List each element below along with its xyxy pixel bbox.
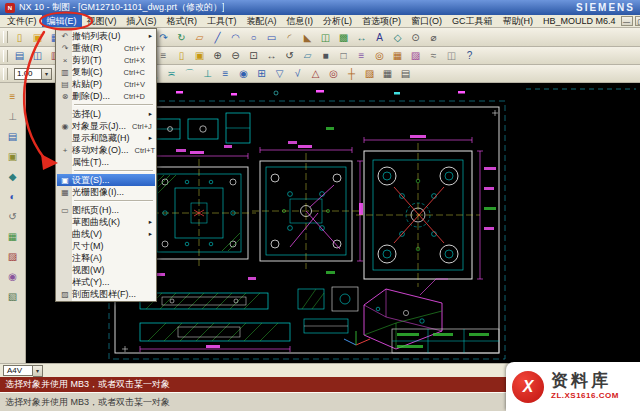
datum-plane-icon[interactable]: ◇ [389,30,406,45]
hd3d-tools-icon[interactable]: ◆ [5,170,21,183]
base-view-icon[interactable]: ▤ [11,48,28,63]
edit-menu-item[interactable] [74,104,153,106]
measure-icon[interactable]: ⌀ [425,30,442,45]
edit-menu-item[interactable]: ▣设置(S)... [57,174,155,186]
object-color-icon[interactable]: ▨ [407,48,424,63]
pattern-icon[interactable]: ▩ [335,30,352,45]
edit-menu-item[interactable]: 选择(L)▸ [57,108,155,120]
refresh-icon[interactable]: ↻ [173,30,190,45]
table-icon[interactable]: ▦ [379,66,396,81]
sheet-selector-arrow-icon[interactable]: ▾ [33,365,43,377]
child-restore-button[interactable]: ▢ [635,16,640,26]
balloon-icon[interactable]: ◉ [235,66,252,81]
menu-gc-toolbox[interactable]: GC工具箱 [447,15,498,27]
thickness-dimension-icon[interactable]: ≍ [163,66,180,81]
edit-menu-item[interactable]: 样式(Y)... [57,276,155,288]
snap-point-icon[interactable]: ◎ [371,48,388,63]
window-cascade-icon[interactable]: ◫ [443,48,460,63]
toolbar-grip[interactable] [3,68,8,80]
projected-view-icon[interactable]: ◫ [29,48,46,63]
fit-view-icon[interactable]: ⊡ [245,48,262,63]
point-icon[interactable]: ⊙ [407,30,424,45]
front-view-icon[interactable]: ▱ [299,48,316,63]
arc-icon[interactable]: ◠ [227,30,244,45]
layer-settings-icon[interactable]: ≡ [353,48,370,63]
text-icon[interactable]: A [371,30,388,45]
parts-list-icon[interactable]: ▤ [397,66,414,81]
wireframe-icon[interactable]: □ [335,48,352,63]
child-minimize-button[interactable]: — [621,16,633,26]
menu-help[interactable]: 帮助(H) [498,15,539,27]
edit-menu-item[interactable]: 属性(T)... [57,156,155,168]
edit-menu-item[interactable]: 视图(W) [57,264,155,276]
zoom-out-icon[interactable]: ⊖ [227,48,244,63]
note-icon[interactable]: ≡ [217,66,234,81]
assembly-navigator-icon[interactable]: ≡ [5,90,21,103]
edit-menu-item[interactable] [74,170,153,172]
weld-symbol-icon[interactable]: △ [307,66,324,81]
line-icon[interactable]: ╱ [209,30,226,45]
sketch-icon[interactable]: ▱ [191,30,208,45]
edit-menu-item[interactable]: ⊗删除(D)...Ctrl+D [57,90,155,102]
edit-menu-item[interactable]: 显示和隐藏(H)▸ [57,132,155,144]
chamfer-icon[interactable]: ◣ [299,30,316,45]
feature-control-frame-icon[interactable]: ⊞ [253,66,270,81]
menu-hb-mould[interactable]: HB_MOULD M6.4 [538,15,621,27]
edit-menu-item[interactable]: 尺寸(M) [57,240,155,252]
part-navigator-icon[interactable]: ▤ [5,130,21,143]
edit-menu-item[interactable]: 草图曲线(K)▸ [57,216,155,228]
system-materials-icon[interactable]: ▧ [5,290,21,303]
rotate-view-icon[interactable]: ↺ [281,48,298,63]
toolbar-grip[interactable] [3,50,8,62]
menu-information[interactable]: 信息(I) [282,15,319,27]
hatch-icon[interactable]: ▨ [361,66,378,81]
edit-menu-item[interactable]: 注释(A) [57,252,155,264]
datum-feature-icon[interactable]: ▽ [271,66,288,81]
edit-menu-item[interactable]: ▭图纸页(H)... [57,204,155,216]
menu-format[interactable]: 格式(R) [162,15,203,27]
pan-icon[interactable]: ↔ [263,48,280,63]
sheet-selector[interactable]: A4V ▾ [3,365,43,377]
edit-menu-item[interactable] [74,200,153,202]
scale-input[interactable] [14,68,42,80]
edit-menu-item[interactable]: 曲线(V)▸ [57,228,155,240]
roles-icon[interactable]: ◉ [5,270,21,283]
menu-window[interactable]: 窗口(O) [406,15,447,27]
scale-dropdown-arrow-icon[interactable]: ▾ [42,68,52,80]
toolbar-grip[interactable] [3,31,8,43]
mirror-icon[interactable]: ◫ [317,30,334,45]
constraint-navigator-icon[interactable]: ⊥ [5,110,21,123]
edit-menu-item[interactable]: ↶撤销列表(U)▸ [57,30,155,42]
fillet-icon[interactable]: ◜ [281,30,298,45]
target-point-icon[interactable]: ◎ [325,66,342,81]
reuse-library-icon[interactable]: ▣ [5,150,21,163]
menu-insert[interactable]: 插入(S) [122,15,162,27]
history-icon[interactable]: ↺ [5,210,21,223]
menu-preferences[interactable]: 首选项(P) [357,15,406,27]
manufacturing-wizard-icon[interactable]: ▨ [5,250,21,263]
help-icon[interactable]: ? [461,48,478,63]
edit-menu-item[interactable]: ▥复制(C)Ctrl+C [57,66,155,78]
centerline-icon[interactable]: ┼ [343,66,360,81]
menu-edit[interactable]: 编辑(E) [42,15,82,27]
shaded-icon[interactable]: ■ [317,48,334,63]
zoom-in-icon[interactable]: ⊕ [209,48,226,63]
rectangle-icon[interactable]: ▭ [263,30,280,45]
ordinate-dimension-icon[interactable]: ⊥ [199,66,216,81]
new-file-icon[interactable]: ▯ [11,30,28,45]
menu-analysis[interactable]: 分析(L) [318,15,357,27]
edit-menu-item[interactable]: ▨剖面线图样(F)... [57,288,155,300]
web-browser-icon[interactable]: ◐ [5,190,21,203]
grid-icon[interactable]: ▦ [389,48,406,63]
dimension-icon[interactable]: ↔ [353,30,370,45]
edit-menu-item[interactable]: ▤粘贴(P)Ctrl+V [57,78,155,90]
surface-finish-icon[interactable]: √ [289,66,306,81]
redo-icon[interactable]: ↷ [155,30,172,45]
process-studio-icon[interactable]: ▦ [5,230,21,243]
edit-menu-item[interactable]: +移动对象(O)...Ctrl+T [57,144,155,156]
preferences-icon[interactable]: ≈ [425,48,442,63]
menu-tools[interactable]: 工具(T) [202,15,242,27]
arc-length-dimension-icon[interactable]: ⌒ [181,66,198,81]
open-file-icon[interactable]: ▣ [29,30,46,45]
menu-file[interactable]: 文件(F) [2,15,42,27]
